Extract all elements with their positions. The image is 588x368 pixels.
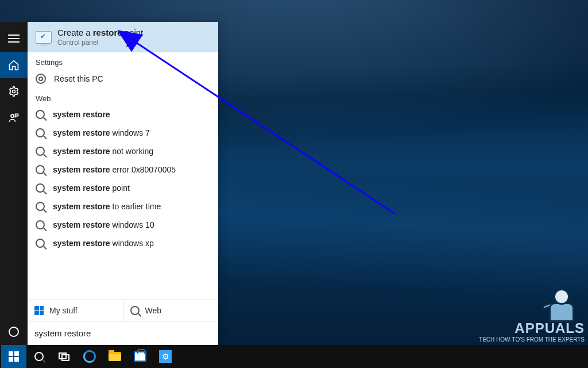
svg-point-1 — [11, 114, 14, 117]
scope-my-stuff-button[interactable]: My stuff — [28, 300, 123, 321]
web-suggestion[interactable]: system restore to earlier time — [28, 197, 218, 216]
gear-icon — [8, 86, 20, 97]
search-panel: Create a restore point Control panel ➤ S… — [28, 22, 218, 345]
windows-logo-icon — [34, 306, 44, 315]
section-header-web: Web — [28, 89, 218, 105]
appuals-watermark: APPUALS TECH HOW-TO'S FROM THE EXPERTS — [479, 320, 585, 343]
folder-icon — [109, 352, 121, 361]
store-icon — [134, 351, 146, 362]
gear-icon — [36, 74, 46, 84]
start-button[interactable] — [1, 345, 26, 368]
search-icon — [130, 306, 140, 315]
taskbar-app-edge[interactable] — [77, 345, 102, 368]
taskbar-app-settings[interactable]: ⚙ — [153, 345, 178, 368]
search-icon — [36, 239, 45, 248]
rail-feedback-button[interactable] — [0, 105, 28, 131]
search-icon — [36, 165, 45, 174]
windows-logo-icon — [9, 351, 19, 362]
taskbar-app-store[interactable] — [127, 345, 153, 368]
search-icon — [34, 352, 44, 361]
best-match-result[interactable]: Create a restore point Control panel ➤ — [28, 22, 218, 52]
watermark-tagline: TECH HOW-TO'S FROM THE EXPERTS — [479, 336, 585, 343]
web-suggestion[interactable]: system restore not working — [28, 142, 218, 160]
search-box — [28, 321, 218, 345]
web-results-list: system restore system restore windows 7 … — [28, 105, 218, 252]
web-suggestion-label: system restore windows 10 — [53, 220, 154, 229]
scope-web-label: Web — [145, 306, 162, 315]
system-properties-icon — [36, 31, 52, 44]
web-suggestion-label: system restore error 0x80070005 — [53, 165, 176, 174]
rail-cortana-button[interactable] — [0, 319, 28, 345]
scope-my-stuff-label: My stuff — [49, 306, 78, 315]
settings-result-label: Reset this PC — [54, 74, 103, 83]
hamburger-icon — [8, 38, 20, 39]
web-suggestion[interactable]: system restore point — [28, 179, 218, 197]
web-suggestion[interactable]: system restore error 0x80070005 — [28, 160, 218, 179]
web-suggestion[interactable]: system restore windows 7 — [28, 124, 218, 142]
settings-result-reset-pc[interactable]: Reset this PC — [28, 69, 218, 89]
search-icon — [36, 220, 45, 229]
edge-icon — [83, 350, 96, 363]
web-suggestion-label: system restore not working — [53, 147, 153, 156]
svg-point-0 — [13, 90, 16, 93]
taskbar-search-button[interactable] — [26, 345, 52, 368]
home-icon — [8, 59, 20, 71]
search-icon — [36, 183, 45, 193]
web-suggestion-label: system restore windows 7 — [53, 128, 150, 137]
web-suggestion[interactable]: system restore — [28, 105, 218, 124]
best-match-title: Create a restore point — [57, 28, 143, 37]
web-suggestion[interactable]: system restore windows xp — [28, 234, 218, 252]
person-feedback-icon — [8, 112, 20, 124]
scope-web-button[interactable]: Web — [123, 300, 219, 321]
web-suggestion-label: system restore point — [53, 183, 130, 193]
scope-row: My stuff Web — [28, 300, 218, 321]
web-suggestion[interactable]: system restore windows 10 — [28, 216, 218, 234]
web-suggestion-label: system restore — [53, 110, 110, 119]
best-match-subtitle: Control panel — [57, 39, 143, 47]
rail-home-button[interactable] — [0, 52, 28, 78]
section-header-settings: Settings — [28, 52, 218, 69]
task-view-button[interactable] — [52, 345, 77, 368]
web-suggestion-label: system restore to earlier time — [53, 202, 161, 211]
web-suggestion-label: system restore windows xp — [53, 239, 154, 248]
search-input[interactable] — [34, 328, 211, 338]
search-icon — [36, 147, 45, 156]
rail-settings-button[interactable] — [0, 78, 28, 105]
settings-results-list: Reset this PC — [28, 69, 218, 89]
search-icon — [36, 110, 45, 119]
search-icon — [36, 202, 45, 211]
task-view-icon — [59, 352, 70, 361]
watermark-brand: APPUALS — [479, 320, 585, 336]
cortana-ring-icon — [9, 327, 19, 337]
taskbar: ⚙ — [0, 345, 588, 368]
search-rail — [0, 22, 28, 345]
taskbar-app-file-explorer[interactable] — [102, 345, 127, 368]
search-icon — [36, 128, 45, 137]
settings-app-icon: ⚙ — [159, 350, 172, 363]
rail-menu-button[interactable] — [0, 25, 28, 52]
